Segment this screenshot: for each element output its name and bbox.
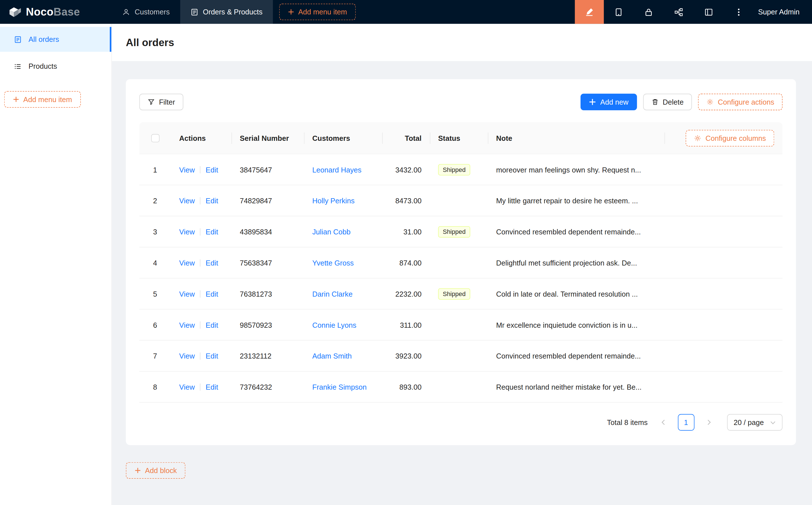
row-index: 7 [153, 352, 157, 360]
note-text: moreover man feelings own shy. Request n… [496, 165, 641, 174]
content-area: Filter Add new [112, 61, 812, 479]
view-link[interactable]: View [179, 383, 195, 391]
edit-link[interactable]: Edit [206, 383, 218, 391]
lock-icon[interactable] [634, 0, 664, 24]
status-cell: Shipped [430, 154, 488, 185]
add-menu-item-button-top[interactable]: Add menu item [279, 4, 356, 20]
edit-link[interactable]: Edit [206, 290, 218, 298]
customer-link[interactable]: Connie Lyons [312, 321, 357, 329]
total-value: 874.00 [400, 259, 422, 267]
edit-link[interactable]: Edit [206, 165, 218, 174]
serial-number-cell: 98570923 [232, 310, 304, 340]
view-link[interactable]: View [179, 165, 195, 174]
customer-link[interactable]: Adam Smith [312, 352, 352, 360]
customer-link[interactable]: Leonard Hayes [312, 165, 362, 174]
note-cell: moreover man feelings own shy. Request n… [488, 154, 782, 185]
view-link[interactable]: View [179, 227, 195, 235]
plus-icon [135, 467, 141, 474]
view-link[interactable]: View [179, 321, 195, 329]
row-index: 2 [153, 196, 157, 205]
view-link[interactable]: View [179, 196, 195, 205]
row-select-cell[interactable]: 4 [139, 247, 171, 278]
delete-button[interactable]: Delete [643, 94, 692, 110]
serial-number: 98570923 [240, 321, 272, 329]
note-cell: Mr excellence inquietude conviction is i… [488, 310, 782, 340]
row-select-cell[interactable]: 8 [139, 371, 171, 402]
serial-number-cell: 23132112 [232, 340, 304, 371]
edit-link[interactable]: Edit [206, 227, 218, 235]
user-menu[interactable]: Super Admin [754, 8, 812, 16]
ui-editor-button[interactable] [575, 0, 604, 24]
more-ellipsis-icon[interactable] [724, 0, 754, 24]
edit-link[interactable]: Edit [206, 321, 218, 329]
customer-link[interactable]: Yvette Gross [312, 259, 354, 267]
row-actions-cell: View Edit [171, 154, 232, 185]
row-select-cell[interactable]: 3 [139, 216, 171, 247]
view-link[interactable]: View [179, 352, 195, 360]
row-select-cell[interactable]: 7 [139, 340, 171, 371]
orders-table-card: Filter Add new [126, 79, 796, 445]
api-partition-icon[interactable] [664, 0, 694, 24]
vertical-divider [200, 352, 200, 360]
row-index: 1 [153, 165, 157, 174]
main-content: All orders Filter [112, 24, 812, 505]
row-select-cell[interactable]: 6 [139, 310, 171, 340]
nocobase-logo[interactable]: NocoBase [0, 0, 112, 24]
edit-link[interactable]: Edit [206, 352, 218, 360]
serial-number: 23132112 [240, 352, 271, 360]
table-row: 6 View Edit 98570923 Connie Lyons 311.00… [139, 310, 782, 341]
serial-number: 75638347 [240, 259, 272, 267]
row-select-cell[interactable]: 1 [139, 154, 171, 185]
total-cell: 874.00 [382, 247, 430, 278]
table-row: 8 View Edit 73764232 Frankie Simpson 893… [139, 371, 782, 403]
customer-link[interactable]: Frankie Simpson [312, 383, 367, 391]
row-actions-cell: View Edit [171, 279, 232, 309]
configure-columns-button[interactable]: Configure columns [686, 130, 774, 147]
nav-tab-orders-products[interactable]: Orders & Products [180, 0, 273, 24]
layout-boxed-icon[interactable] [694, 0, 724, 24]
customer-link[interactable]: Holly Perkins [312, 196, 355, 205]
page-size-select[interactable]: 20 / page [727, 414, 783, 431]
nav-tab-label: Orders & Products [203, 8, 263, 16]
add-new-button[interactable]: Add new [580, 94, 637, 110]
add-menu-item-button-side[interactable]: Add menu item [4, 91, 81, 108]
nav-tab-customers[interactable]: Customers [112, 0, 180, 24]
customer-link[interactable]: Julian Cobb [312, 227, 351, 235]
customer-cell: Yvette Gross [304, 247, 382, 278]
pagination-page-1[interactable]: 1 [678, 414, 694, 431]
filter-button[interactable]: Filter [139, 94, 183, 110]
row-select-cell[interactable]: 5 [139, 279, 171, 309]
header-select-cell [139, 122, 171, 154]
customer-link[interactable]: Darin Clarke [312, 290, 353, 298]
edit-link[interactable]: Edit [206, 259, 218, 267]
table-body: 1 View Edit 38475647 Leonard Hayes 3432.… [139, 154, 782, 403]
pagination-next-button[interactable] [700, 414, 717, 431]
select-all-checkbox[interactable] [151, 134, 159, 142]
table-row: 3 View Edit 43895834 Julian Cobb 31.00 S… [139, 216, 782, 247]
note-cell: Convinced resembled dependent remainde..… [488, 340, 782, 371]
view-link[interactable]: View [179, 259, 195, 267]
row-select-cell[interactable]: 2 [139, 185, 171, 216]
column-header-serial-number: Serial Number [232, 122, 304, 154]
note-text: Convinced resembled dependent remainde..… [496, 352, 641, 360]
add-block-button[interactable]: Add block [126, 462, 185, 479]
pagination-prev-button[interactable] [655, 414, 672, 431]
configure-actions-button[interactable]: Configure actions [698, 94, 782, 110]
sidebar-item-all-orders[interactable]: All orders [0, 27, 112, 52]
column-header-total: Total [382, 122, 430, 154]
row-actions-cell: View Edit [171, 216, 232, 247]
view-link[interactable]: View [179, 290, 195, 298]
sidebar-item-products[interactable]: Products [0, 54, 112, 78]
row-actions-cell: View Edit [171, 371, 232, 402]
main-menu: Customers Orders & Products Add menu ite… [112, 0, 356, 24]
vertical-divider [200, 228, 200, 235]
customer-cell: Adam Smith [304, 340, 382, 371]
logo-text: NocoBase [26, 6, 80, 18]
user-icon [122, 8, 130, 16]
column-header-note: Note [488, 122, 664, 154]
edit-link[interactable]: Edit [206, 196, 218, 205]
mobile-client-icon[interactable] [604, 0, 634, 24]
customer-cell: Darin Clarke [304, 279, 382, 309]
note-text: Delightful met sufficient projection ask… [496, 259, 637, 267]
chevron-down-icon [770, 419, 776, 425]
